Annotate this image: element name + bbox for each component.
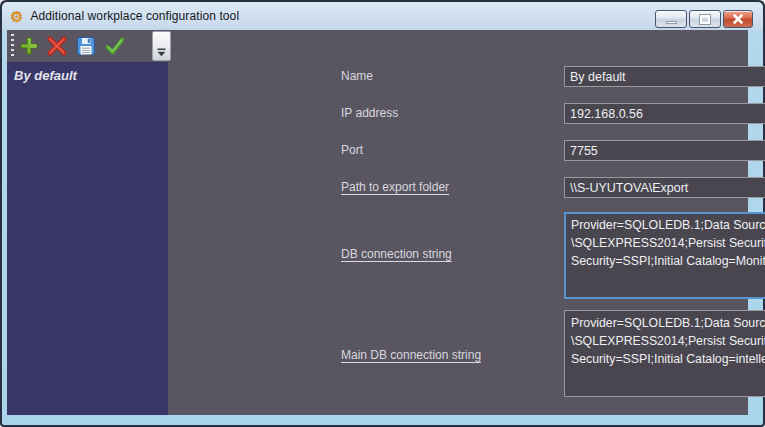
chevron-down-icon: [157, 48, 166, 57]
content-area: By default Name IP address Port Path to …: [7, 30, 748, 415]
ip-address-label: IP address: [341, 106, 398, 120]
toolbar-grip-handle[interactable]: [11, 34, 14, 58]
form-panel: Name IP address Port Path to export fold…: [168, 30, 748, 415]
window: ⚙ Additional workplace configuration too…: [0, 0, 765, 427]
add-button[interactable]: [16, 33, 42, 59]
list-item-by-default[interactable]: By default: [7, 62, 168, 88]
db-connection-string-label: DB connection string: [341, 247, 452, 261]
delete-x-icon: [45, 34, 69, 58]
floppy-disk-icon: [74, 34, 98, 58]
maximize-button[interactable]: [689, 10, 721, 28]
db-connection-string-textarea[interactable]: Provider=SQLOLEDB.1;Data Source=192.168.…: [564, 212, 765, 299]
workplace-list: By default: [7, 62, 168, 415]
titlebar[interactable]: ⚙ Additional workplace configuration too…: [2, 2, 763, 30]
delete-button[interactable]: [44, 33, 70, 59]
maximize-icon: [700, 15, 710, 24]
apply-button[interactable]: [102, 33, 128, 59]
name-input[interactable]: [564, 66, 765, 87]
save-button[interactable]: [73, 33, 99, 59]
main-db-connection-string-textarea[interactable]: Provider=SQLOLEDB.1;Data Source=192.168.…: [564, 310, 765, 397]
main-db-connection-string-label: Main DB connection string: [341, 348, 481, 362]
close-icon: [732, 13, 744, 25]
name-label: Name: [341, 69, 373, 83]
minimize-icon: [666, 21, 677, 24]
minimize-button[interactable]: [655, 10, 687, 28]
export-folder-label: Path to export folder: [341, 180, 449, 194]
port-input[interactable]: [564, 140, 765, 161]
plus-icon: [17, 34, 41, 58]
window-controls: [655, 10, 753, 28]
export-folder-input[interactable]: [564, 177, 765, 198]
gear-icon: ⚙: [10, 9, 23, 24]
ip-address-input[interactable]: [564, 103, 765, 124]
check-icon: [103, 34, 127, 58]
window-title: Additional workplace configuration tool: [30, 9, 239, 23]
close-button[interactable]: [723, 10, 753, 28]
port-label: Port: [341, 143, 363, 157]
